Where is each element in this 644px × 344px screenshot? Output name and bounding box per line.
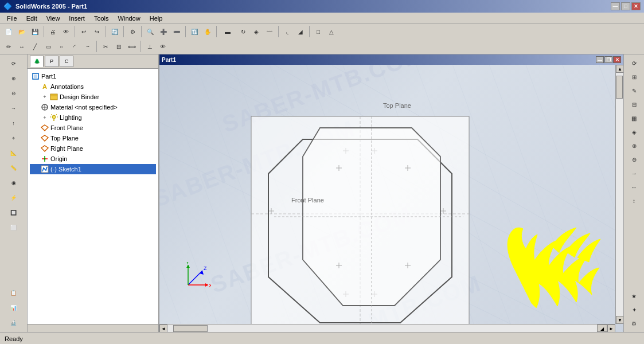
tab-feature-manager[interactable]: 🌲 — [30, 56, 44, 67]
sidebar-btn-1[interactable]: ⟳ — [3, 57, 24, 71]
svg-text:X: X — [209, 283, 211, 288]
tree-item-annotations[interactable]: A Annotations — [30, 81, 156, 92]
menu-insert[interactable]: Insert — [64, 14, 89, 23]
draft-button[interactable]: △ — [325, 25, 338, 38]
right-tb-4[interactable]: ⊟ — [628, 98, 641, 111]
rotate-button[interactable]: 🔃 — [188, 25, 201, 38]
tree-item-part1[interactable]: Part1 — [30, 71, 156, 81]
right-tb-7[interactable]: ⊕ — [628, 139, 641, 152]
right-tb-9[interactable]: → — [628, 167, 641, 179]
shell-button[interactable]: □ — [312, 25, 325, 38]
close-button[interactable]: ✕ — [631, 2, 641, 10]
sidebar-btn-3[interactable]: ⊖ — [3, 87, 24, 100]
sidebar-btn-6[interactable]: ⌖ — [3, 131, 24, 145]
right-tb-8[interactable]: ⊖ — [628, 153, 641, 166]
right-tb-3[interactable]: ✎ — [628, 84, 641, 97]
maximize-button[interactable]: □ — [621, 2, 630, 10]
menu-window[interactable]: Window — [114, 14, 145, 23]
sidebar-btn-10[interactable]: ⚡ — [3, 191, 24, 205]
minimize-button[interactable]: — — [611, 2, 620, 10]
trim-button[interactable]: ✂ — [99, 40, 112, 53]
chamfer-button[interactable]: ◢ — [294, 25, 307, 38]
scrollbar-horizontal[interactable]: ◄ ◢ ► — [159, 324, 615, 332]
fillet-button[interactable]: ◟ — [281, 25, 294, 38]
extrude-button[interactable]: ▬ — [219, 25, 236, 38]
scroll-thumb-v[interactable] — [616, 76, 623, 99]
sidebar-btn-8[interactable]: 📏 — [3, 161, 24, 175]
scroll-down-button[interactable]: ▼ — [616, 316, 623, 324]
menu-help[interactable]: Help — [145, 14, 167, 23]
sidebar-btn-13[interactable]: 📋 — [3, 286, 24, 300]
menu-tools[interactable]: Tools — [89, 14, 114, 23]
tree-item-material[interactable]: Material <not specified> — [30, 102, 156, 112]
new-button[interactable]: 📄 — [2, 25, 15, 38]
right-tb-14[interactable]: ⚙ — [628, 317, 641, 330]
sidebar-btn-5[interactable]: ↑ — [3, 116, 24, 130]
sidebar-btn-4[interactable]: → — [3, 101, 24, 115]
smart-dim-button[interactable]: ↔ — [15, 40, 28, 53]
scroll-left-button[interactable]: ◄ — [159, 325, 167, 332]
tree-item-lighting[interactable]: + Lighting — [30, 112, 156, 123]
tree-item-top-plane[interactable]: Top Plane — [30, 133, 156, 143]
rebuild-button[interactable]: 🔄 — [108, 25, 121, 38]
sidebar-btn-9[interactable]: ◉ — [3, 176, 24, 190]
right-tb-11[interactable]: ↕ — [628, 194, 641, 207]
sidebar-btn-11[interactable]: 🔲 — [3, 206, 24, 220]
tree-item-front-plane[interactable]: Front Plane — [30, 123, 156, 133]
undo-button[interactable]: ↩ — [77, 25, 90, 38]
menu-edit[interactable]: Edit — [22, 14, 42, 23]
menu-file[interactable]: File — [2, 14, 22, 23]
sidebar-btn-12[interactable]: ⬜ — [3, 221, 24, 234]
offset-button[interactable]: ⊟ — [112, 40, 125, 53]
sidebar-btn-7[interactable]: 📐 — [3, 146, 24, 160]
tree-item-origin[interactable]: Origin — [30, 154, 156, 164]
right-tb-2[interactable]: ⊞ — [628, 71, 641, 83]
print-button[interactable]: 🖨 — [46, 25, 59, 38]
loft-button[interactable]: ◈ — [250, 25, 263, 38]
tree-item-right-plane[interactable]: Right Plane — [30, 143, 156, 154]
options-button[interactable]: ⚙ — [126, 25, 139, 38]
doc-close-button[interactable]: ✕ — [613, 56, 621, 63]
tree-item-sketch1[interactable]: (-) Sketch1 — [30, 164, 156, 174]
revolve-button[interactable]: ↻ — [237, 25, 249, 38]
sidebar-btn-15[interactable]: 🔬 — [3, 316, 24, 330]
right-tb-6[interactable]: ◈ — [628, 126, 641, 138]
display-button[interactable]: 👁 — [157, 40, 169, 53]
open-button[interactable]: 📂 — [15, 25, 28, 38]
svg-line-11 — [51, 114, 52, 115]
doc-minimize-button[interactable]: — — [596, 56, 604, 63]
right-tb-13[interactable]: ✦ — [628, 303, 641, 316]
line-button[interactable]: ╱ — [29, 40, 41, 53]
doc-restore-button[interactable]: ❐ — [604, 56, 612, 63]
menu-view[interactable]: View — [42, 14, 65, 23]
redo-button[interactable]: ↪ — [91, 25, 103, 38]
relations-button[interactable]: ⊥ — [143, 40, 156, 53]
zoom-out-button[interactable]: ➖ — [170, 25, 183, 38]
tab-property-manager[interactable]: P — [45, 56, 58, 67]
sidebar-btn-2[interactable]: ⊕ — [3, 72, 24, 85]
pan-button[interactable]: ✋ — [201, 25, 214, 38]
canvas-area[interactable]: SABER-MTB.COM SABER-MTB.COM SABER-MTB.CO… — [159, 65, 623, 332]
tree-item-design-binder[interactable]: + Design Binder — [30, 92, 156, 102]
sweep-button[interactable]: 〰 — [263, 25, 276, 38]
scroll-thumb-h[interactable] — [173, 325, 208, 332]
right-tb-12[interactable]: ★ — [628, 290, 641, 302]
right-tb-10[interactable]: ↔ — [628, 181, 641, 193]
sidebar-btn-14[interactable]: 📊 — [3, 301, 24, 315]
sketch-button[interactable]: ✏ — [2, 40, 15, 53]
rect-button[interactable]: ▭ — [42, 40, 54, 53]
right-tb-1[interactable]: ⟳ — [628, 57, 641, 69]
preview-button[interactable]: 👁 — [60, 25, 72, 38]
scrollbar-vertical[interactable]: ▲ ▼ — [615, 65, 623, 324]
zoom-fit-button[interactable]: 🔍 — [144, 25, 157, 38]
right-tb-5[interactable]: ▦ — [628, 112, 641, 124]
mirror-button[interactable]: ⟺ — [126, 40, 138, 53]
spline-button[interactable]: ~ — [81, 40, 94, 53]
circle-button[interactable]: ○ — [55, 40, 68, 53]
scroll-right-button[interactable]: ► — [607, 325, 615, 332]
zoom-in-button[interactable]: ➕ — [157, 25, 170, 38]
save-button[interactable]: 💾 — [29, 25, 41, 38]
arc-button[interactable]: ◜ — [68, 40, 81, 53]
tab-config-manager[interactable]: C — [60, 56, 73, 67]
scroll-up-button[interactable]: ▲ — [616, 65, 623, 73]
